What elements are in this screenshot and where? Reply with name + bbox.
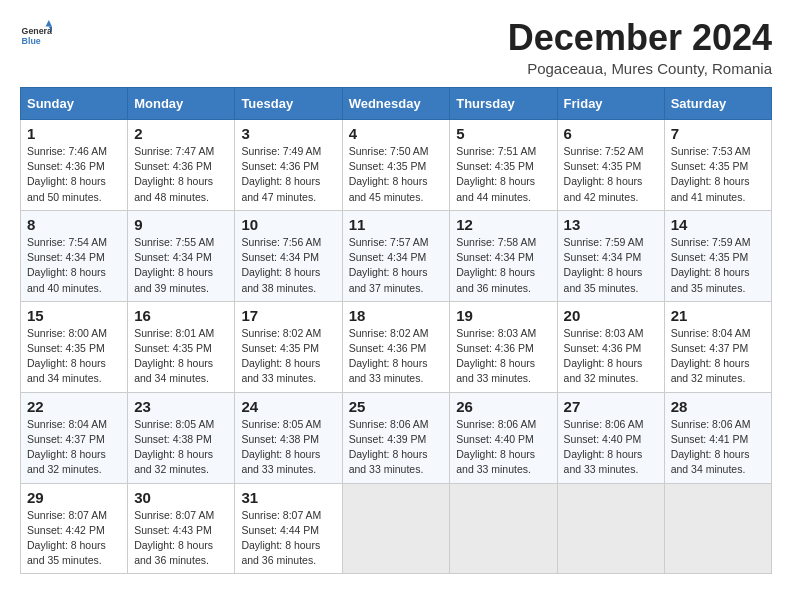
- day-number: 30: [134, 489, 228, 506]
- title-block: December 2024 Pogaceaua, Mures County, R…: [508, 20, 772, 77]
- calendar-header-row: SundayMondayTuesdayWednesdayThursdayFrid…: [21, 88, 772, 120]
- calendar-cell: 27Sunrise: 8:06 AMSunset: 4:40 PMDayligh…: [557, 392, 664, 483]
- day-detail: Sunrise: 7:50 AMSunset: 4:35 PMDaylight:…: [349, 144, 444, 205]
- day-detail: Sunrise: 7:46 AMSunset: 4:36 PMDaylight:…: [27, 144, 121, 205]
- day-number: 8: [27, 216, 121, 233]
- day-detail: Sunrise: 8:06 AMSunset: 4:40 PMDaylight:…: [564, 417, 658, 478]
- day-detail: Sunrise: 8:05 AMSunset: 4:38 PMDaylight:…: [241, 417, 335, 478]
- calendar-cell: 30Sunrise: 8:07 AMSunset: 4:43 PMDayligh…: [128, 483, 235, 574]
- day-number: 15: [27, 307, 121, 324]
- calendar-week-row: 8Sunrise: 7:54 AMSunset: 4:34 PMDaylight…: [21, 210, 772, 301]
- svg-marker-2: [46, 20, 52, 26]
- calendar-week-row: 29Sunrise: 8:07 AMSunset: 4:42 PMDayligh…: [21, 483, 772, 574]
- day-detail: Sunrise: 7:47 AMSunset: 4:36 PMDaylight:…: [134, 144, 228, 205]
- weekday-header: Tuesday: [235, 88, 342, 120]
- day-number: 6: [564, 125, 658, 142]
- calendar-cell: 13Sunrise: 7:59 AMSunset: 4:34 PMDayligh…: [557, 210, 664, 301]
- calendar-cell: 1Sunrise: 7:46 AMSunset: 4:36 PMDaylight…: [21, 120, 128, 211]
- weekday-header: Sunday: [21, 88, 128, 120]
- day-detail: Sunrise: 7:55 AMSunset: 4:34 PMDaylight:…: [134, 235, 228, 296]
- calendar-cell: 5Sunrise: 7:51 AMSunset: 4:35 PMDaylight…: [450, 120, 557, 211]
- calendar-week-row: 15Sunrise: 8:00 AMSunset: 4:35 PMDayligh…: [21, 301, 772, 392]
- calendar-cell: 2Sunrise: 7:47 AMSunset: 4:36 PMDaylight…: [128, 120, 235, 211]
- day-number: 18: [349, 307, 444, 324]
- calendar-cell: 31Sunrise: 8:07 AMSunset: 4:44 PMDayligh…: [235, 483, 342, 574]
- day-detail: Sunrise: 7:53 AMSunset: 4:35 PMDaylight:…: [671, 144, 765, 205]
- calendar-cell: 14Sunrise: 7:59 AMSunset: 4:35 PMDayligh…: [664, 210, 771, 301]
- day-number: 17: [241, 307, 335, 324]
- calendar-cell: 10Sunrise: 7:56 AMSunset: 4:34 PMDayligh…: [235, 210, 342, 301]
- logo-icon: General Blue: [20, 20, 52, 52]
- day-number: 31: [241, 489, 335, 506]
- day-detail: Sunrise: 8:03 AMSunset: 4:36 PMDaylight:…: [456, 326, 550, 387]
- day-number: 24: [241, 398, 335, 415]
- day-number: 21: [671, 307, 765, 324]
- calendar-cell: 16Sunrise: 8:01 AMSunset: 4:35 PMDayligh…: [128, 301, 235, 392]
- day-detail: Sunrise: 7:52 AMSunset: 4:35 PMDaylight:…: [564, 144, 658, 205]
- calendar-cell: 8Sunrise: 7:54 AMSunset: 4:34 PMDaylight…: [21, 210, 128, 301]
- weekday-header: Wednesday: [342, 88, 450, 120]
- calendar-cell: 18Sunrise: 8:02 AMSunset: 4:36 PMDayligh…: [342, 301, 450, 392]
- day-detail: Sunrise: 8:02 AMSunset: 4:36 PMDaylight:…: [349, 326, 444, 387]
- calendar-cell: 29Sunrise: 8:07 AMSunset: 4:42 PMDayligh…: [21, 483, 128, 574]
- day-number: 5: [456, 125, 550, 142]
- day-number: 27: [564, 398, 658, 415]
- calendar-cell: 11Sunrise: 7:57 AMSunset: 4:34 PMDayligh…: [342, 210, 450, 301]
- weekday-header: Saturday: [664, 88, 771, 120]
- day-number: 14: [671, 216, 765, 233]
- day-number: 12: [456, 216, 550, 233]
- logo: General Blue: [20, 20, 56, 52]
- calendar-cell: 25Sunrise: 8:06 AMSunset: 4:39 PMDayligh…: [342, 392, 450, 483]
- month-title: December 2024: [508, 20, 772, 56]
- weekday-header: Thursday: [450, 88, 557, 120]
- calendar-cell: 17Sunrise: 8:02 AMSunset: 4:35 PMDayligh…: [235, 301, 342, 392]
- day-detail: Sunrise: 7:51 AMSunset: 4:35 PMDaylight:…: [456, 144, 550, 205]
- day-number: 28: [671, 398, 765, 415]
- calendar-cell: 9Sunrise: 7:55 AMSunset: 4:34 PMDaylight…: [128, 210, 235, 301]
- calendar-cell: 26Sunrise: 8:06 AMSunset: 4:40 PMDayligh…: [450, 392, 557, 483]
- calendar-cell: 20Sunrise: 8:03 AMSunset: 4:36 PMDayligh…: [557, 301, 664, 392]
- day-detail: Sunrise: 8:03 AMSunset: 4:36 PMDaylight:…: [564, 326, 658, 387]
- calendar-cell: 28Sunrise: 8:06 AMSunset: 4:41 PMDayligh…: [664, 392, 771, 483]
- calendar-cell: 12Sunrise: 7:58 AMSunset: 4:34 PMDayligh…: [450, 210, 557, 301]
- calendar-cell: 22Sunrise: 8:04 AMSunset: 4:37 PMDayligh…: [21, 392, 128, 483]
- day-detail: Sunrise: 8:00 AMSunset: 4:35 PMDaylight:…: [27, 326, 121, 387]
- day-detail: Sunrise: 8:07 AMSunset: 4:44 PMDaylight:…: [241, 508, 335, 569]
- day-detail: Sunrise: 8:04 AMSunset: 4:37 PMDaylight:…: [27, 417, 121, 478]
- day-detail: Sunrise: 8:06 AMSunset: 4:39 PMDaylight:…: [349, 417, 444, 478]
- day-number: 19: [456, 307, 550, 324]
- calendar-cell: [450, 483, 557, 574]
- day-number: 3: [241, 125, 335, 142]
- day-detail: Sunrise: 7:59 AMSunset: 4:35 PMDaylight:…: [671, 235, 765, 296]
- day-number: 13: [564, 216, 658, 233]
- day-number: 1: [27, 125, 121, 142]
- calendar-cell: 23Sunrise: 8:05 AMSunset: 4:38 PMDayligh…: [128, 392, 235, 483]
- day-detail: Sunrise: 8:06 AMSunset: 4:41 PMDaylight:…: [671, 417, 765, 478]
- day-number: 10: [241, 216, 335, 233]
- location-subtitle: Pogaceaua, Mures County, Romania: [508, 60, 772, 77]
- day-detail: Sunrise: 8:06 AMSunset: 4:40 PMDaylight:…: [456, 417, 550, 478]
- day-number: 22: [27, 398, 121, 415]
- calendar-body: 1Sunrise: 7:46 AMSunset: 4:36 PMDaylight…: [21, 120, 772, 574]
- calendar-cell: 3Sunrise: 7:49 AMSunset: 4:36 PMDaylight…: [235, 120, 342, 211]
- calendar-cell: 4Sunrise: 7:50 AMSunset: 4:35 PMDaylight…: [342, 120, 450, 211]
- weekday-header: Friday: [557, 88, 664, 120]
- calendar-week-row: 1Sunrise: 7:46 AMSunset: 4:36 PMDaylight…: [21, 120, 772, 211]
- calendar-cell: 15Sunrise: 8:00 AMSunset: 4:35 PMDayligh…: [21, 301, 128, 392]
- day-detail: Sunrise: 8:07 AMSunset: 4:43 PMDaylight:…: [134, 508, 228, 569]
- day-number: 25: [349, 398, 444, 415]
- svg-text:Blue: Blue: [22, 36, 41, 46]
- day-number: 4: [349, 125, 444, 142]
- page-header: General Blue December 2024 Pogaceaua, Mu…: [20, 20, 772, 77]
- day-number: 29: [27, 489, 121, 506]
- calendar-week-row: 22Sunrise: 8:04 AMSunset: 4:37 PMDayligh…: [21, 392, 772, 483]
- day-number: 16: [134, 307, 228, 324]
- day-detail: Sunrise: 8:02 AMSunset: 4:35 PMDaylight:…: [241, 326, 335, 387]
- day-detail: Sunrise: 7:58 AMSunset: 4:34 PMDaylight:…: [456, 235, 550, 296]
- calendar-cell: 21Sunrise: 8:04 AMSunset: 4:37 PMDayligh…: [664, 301, 771, 392]
- svg-text:General: General: [22, 26, 52, 36]
- day-number: 23: [134, 398, 228, 415]
- calendar-cell: 7Sunrise: 7:53 AMSunset: 4:35 PMDaylight…: [664, 120, 771, 211]
- calendar-cell: 19Sunrise: 8:03 AMSunset: 4:36 PMDayligh…: [450, 301, 557, 392]
- calendar-cell: [664, 483, 771, 574]
